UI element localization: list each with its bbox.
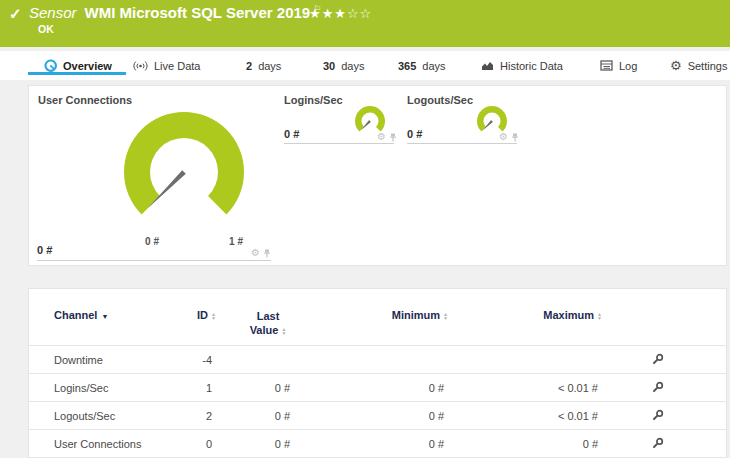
channels-table-panel: Channel▼ ID▲▼ Last Value▲▼ Minimum▲▼ Max… <box>28 288 727 458</box>
tab-365-days-number: 365 <box>398 60 416 72</box>
log-list-icon <box>600 60 613 71</box>
user-connections-gauge <box>119 107 249 237</box>
gauge-logouts-value: 0 # <box>407 128 422 140</box>
channel-name[interactable]: User Connections <box>54 438 189 450</box>
channel-settings-wrench-icon[interactable] <box>651 353 664 366</box>
channel-id: 2 <box>189 410 216 422</box>
active-tab-underline <box>28 72 126 75</box>
gauge-settings-icon[interactable]: ⚙ <box>377 132 386 142</box>
channel-maximum: < 0.01 # <box>448 382 602 394</box>
table-row-logins-sec: Logins/Sec 1 0 # 0 # < 0.01 # <box>29 374 726 402</box>
gauge-tools: ⚙ <box>499 132 519 142</box>
gauge-tools: ⚙ <box>251 248 271 258</box>
gauge-icon <box>44 59 57 72</box>
gauge-pin-icon[interactable] <box>263 249 271 258</box>
channel-id: -4 <box>189 354 216 366</box>
sensor-kind-label: Sensor <box>29 4 77 21</box>
channel-settings-wrench-icon[interactable] <box>651 437 664 450</box>
table-row-user-connections: User Connections 0 0 # 0 # 0 # <box>29 430 726 458</box>
channel-minimum: 0 # <box>294 382 448 394</box>
gauge-pin-icon[interactable] <box>511 133 519 142</box>
channel-minimum: 0 # <box>294 410 448 422</box>
tab-2-days[interactable]: 2 days <box>246 51 281 80</box>
column-header-last-value[interactable]: Last Value▲▼ <box>242 309 294 338</box>
tab-2-days-label: days <box>258 60 281 72</box>
tab-live-data-label: Live Data <box>154 60 200 72</box>
gauge-logins-title: Logins/Sec <box>284 94 343 106</box>
tab-30-days[interactable]: 30 days <box>323 51 365 80</box>
live-signal-icon <box>133 60 148 72</box>
tab-365-days-label: days <box>422 60 445 72</box>
tab-overview-label: Overview <box>63 60 112 72</box>
tab-30-days-label: days <box>341 60 364 72</box>
channel-id: 1 <box>189 382 216 394</box>
gauge-divider <box>407 143 517 144</box>
sensor-title: WMI Microsoft SQL Server 2019 <box>85 4 311 21</box>
column-header-channel[interactable]: Channel▼ <box>54 309 189 321</box>
column-header-maximum[interactable]: Maximum▲▼ <box>448 309 602 321</box>
gauge-divider <box>284 143 394 144</box>
gauge-scale-min: 0 # <box>137 236 167 247</box>
gauge-scale-max: 1 # <box>221 236 251 247</box>
table-row-logouts-sec: Logouts/Sec 2 0 # 0 # < 0.01 # <box>29 402 726 430</box>
sort-icon: ▲▼ <box>281 327 286 336</box>
channel-name[interactable]: Logins/Sec <box>54 382 189 394</box>
gauge-pin-icon[interactable] <box>389 133 397 142</box>
column-header-minimum[interactable]: Minimum▲▼ <box>294 309 448 321</box>
tab-365-days[interactable]: 365 days <box>398 51 446 80</box>
tab-log-label: Log <box>619 60 637 72</box>
sort-icon: ▲▼ <box>211 312 216 321</box>
channel-last-value: 0 # <box>216 382 294 394</box>
gauges-panel: User Connections 0 # 1 # 0 # ⚙ Logins/Se… <box>28 85 727 266</box>
gear-icon: ⚙ <box>670 59 682 72</box>
channel-name[interactable]: Logouts/Sec <box>54 410 189 422</box>
gauge-divider <box>37 260 271 261</box>
tab-live-data[interactable]: Live Data <box>133 51 200 80</box>
gauge-logins-value: 0 # <box>284 128 299 140</box>
sensor-status-text: OK <box>38 23 54 35</box>
gauge-settings-icon[interactable]: ⚙ <box>499 132 508 142</box>
column-header-id[interactable]: ID▲▼ <box>189 309 216 321</box>
gauge-settings-icon[interactable]: ⚙ <box>251 248 260 258</box>
tab-2-days-number: 2 <box>246 60 252 72</box>
priority-stars[interactable]: ★★★☆☆ <box>309 6 372 21</box>
channel-last-value: 0 # <box>216 410 294 422</box>
channels-table-header: Channel▼ ID▲▼ Last Value▲▼ Minimum▲▼ Max… <box>29 289 726 346</box>
channel-settings-wrench-icon[interactable] <box>651 409 664 422</box>
tab-historic-data[interactable]: Historic Data <box>481 51 563 80</box>
tab-30-days-number: 30 <box>323 60 335 72</box>
sensor-status-bar: ✓ SensorWMI Microsoft SQL Server 2019⚐ ★… <box>0 0 730 47</box>
channel-maximum: 0 # <box>448 438 602 450</box>
tab-historic-data-label: Historic Data <box>500 60 563 72</box>
gauge-user-connections-value: 0 # <box>37 244 52 256</box>
channel-settings-wrench-icon[interactable] <box>651 381 664 394</box>
channel-maximum: < 0.01 # <box>448 410 602 422</box>
sort-icon: ▲▼ <box>597 312 602 321</box>
tab-log[interactable]: Log <box>600 51 637 80</box>
gauge-logouts-title: Logouts/Sec <box>407 94 473 106</box>
channel-name[interactable]: Downtime <box>54 354 189 366</box>
status-ok-check-icon: ✓ <box>9 5 22 23</box>
tab-overview[interactable]: Overview <box>44 51 112 80</box>
channel-minimum: 0 # <box>294 438 448 450</box>
table-row-downtime: Downtime -4 <box>29 346 726 374</box>
sort-desc-icon: ▼ <box>101 313 108 320</box>
channel-id: 0 <box>189 438 216 450</box>
gauge-user-connections-title: User Connections <box>38 94 132 106</box>
historic-chart-icon <box>481 60 494 71</box>
tab-settings-label: Settings <box>688 60 728 72</box>
channel-last-value: 0 # <box>216 438 294 450</box>
gauge-tools: ⚙ <box>377 132 397 142</box>
tab-settings[interactable]: ⚙ Settings <box>670 51 727 80</box>
sensor-title-line: SensorWMI Microsoft SQL Server 2019⚐ <box>29 4 321 21</box>
tab-bar: Overview Live Data 2 days 30 days 365 da… <box>0 51 730 80</box>
